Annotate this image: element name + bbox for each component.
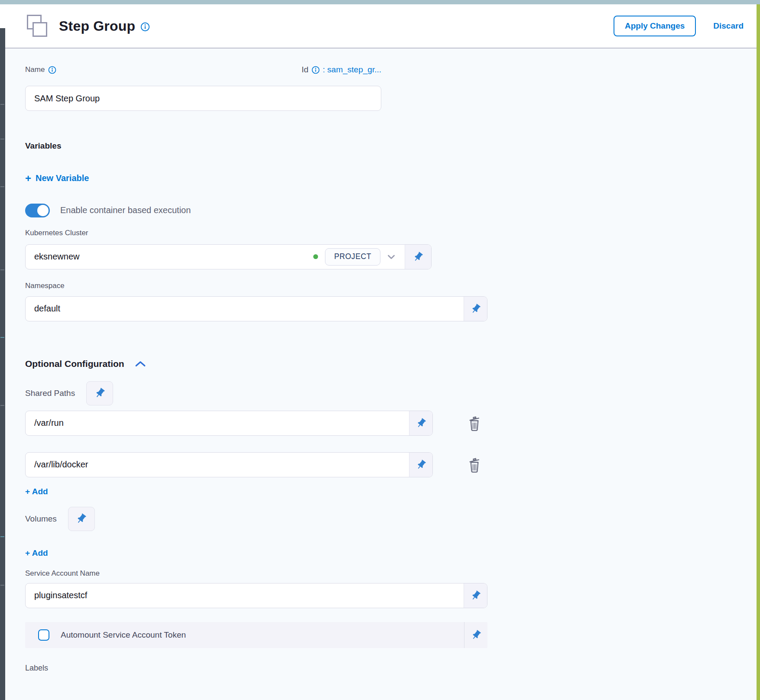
pin-icon[interactable] [464, 297, 487, 321]
kubernetes-cluster-field: PROJECT [25, 244, 432, 269]
service-account-field [25, 583, 487, 608]
scope-badge: PROJECT [325, 248, 380, 266]
page-title: Step Group [59, 18, 135, 34]
optional-configuration-header[interactable]: Optional Configuration [25, 359, 757, 369]
apply-changes-button[interactable]: Apply Changes [614, 16, 696, 36]
new-variable-button[interactable]: + New Variable [25, 173, 89, 183]
kubernetes-cluster-label: Kubernetes Cluster [25, 229, 757, 237]
plus-icon: + [25, 174, 31, 183]
id-label: Id [302, 65, 309, 75]
trash-icon[interactable] [467, 415, 482, 432]
step-group-drawer: Step Group Apply Changes Discard Name Id [5, 4, 757, 700]
step-group-icon [27, 14, 49, 38]
shared-path-input[interactable] [26, 453, 409, 477]
toggle-knob [37, 205, 49, 216]
automount-checkbox[interactable] [38, 629, 49, 641]
shared-path-row [25, 452, 757, 477]
volumes-row: Volumes [25, 507, 757, 531]
shared-path-input[interactable] [26, 411, 409, 435]
container-execution-label: Enable container based execution [60, 205, 191, 215]
new-variable-label: New Variable [36, 173, 89, 183]
name-id-row: Name Id : sam_step_gr... [25, 65, 381, 75]
background-canvas-edge-right [757, 4, 760, 700]
info-icon[interactable] [312, 66, 320, 74]
container-execution-row: Enable container based execution [25, 204, 757, 217]
info-icon[interactable] [140, 22, 150, 32]
labels-label: Labels [25, 664, 757, 673]
shared-paths-row: Shared Paths [25, 381, 757, 405]
pin-icon[interactable] [409, 453, 432, 477]
pin-icon[interactable] [409, 411, 432, 435]
canvas-tick [0, 139, 4, 139]
background-canvas-edge-dark [0, 28, 5, 700]
namespace-input[interactable] [26, 297, 464, 321]
connector-status-dot [313, 254, 318, 259]
id-value-link[interactable]: : sam_step_gr... [323, 65, 381, 75]
name-input[interactable] [25, 86, 381, 111]
name-label: Name [25, 65, 45, 74]
background-canvas-edge [0, 4, 5, 700]
add-volume-button[interactable]: + Add [25, 548, 48, 558]
pin-icon[interactable] [86, 381, 113, 405]
add-shared-path-button[interactable]: + Add [25, 487, 48, 496]
volumes-label: Volumes [25, 514, 57, 524]
namespace-field [25, 296, 487, 321]
identifier-display: Id : sam_step_gr... [302, 65, 381, 75]
kubernetes-cluster-input[interactable] [26, 245, 313, 269]
optional-configuration-heading: Optional Configuration [25, 359, 124, 369]
discard-button[interactable]: Discard [713, 21, 744, 31]
pin-icon[interactable] [464, 622, 487, 648]
drawer-header: Step Group Apply Changes Discard [5, 4, 757, 49]
shared-paths-label: Shared Paths [25, 389, 75, 398]
window-top-bar [0, 0, 760, 4]
variables-heading: Variables [25, 141, 757, 151]
canvas-tick [0, 269, 4, 270]
pin-icon[interactable] [68, 507, 95, 531]
automount-label: Automount Service Account Token [61, 630, 186, 640]
chevron-down-icon[interactable] [380, 245, 405, 269]
shared-path-field [25, 452, 433, 477]
trash-icon[interactable] [467, 456, 482, 473]
pin-icon[interactable] [405, 245, 431, 269]
canvas-tick [0, 405, 4, 406]
canvas-tick [0, 186, 4, 187]
shared-path-row [25, 411, 757, 436]
service-account-label: Service Account Name [25, 569, 757, 578]
namespace-label: Namespace [25, 282, 757, 290]
canvas-tick [0, 104, 4, 105]
shared-path-field [25, 411, 433, 436]
canvas-tick [0, 536, 4, 537]
drawer-body: Name Id : sam_step_gr... Variables + New… [5, 49, 757, 699]
automount-row: Automount Service Account Token [25, 622, 487, 648]
container-execution-toggle[interactable] [25, 204, 50, 217]
pin-icon[interactable] [464, 583, 487, 608]
chevron-up-icon[interactable] [135, 360, 146, 368]
info-icon[interactable] [48, 66, 56, 74]
service-account-input[interactable] [26, 583, 464, 608]
canvas-tick [0, 585, 4, 586]
canvas-tick [0, 337, 4, 338]
